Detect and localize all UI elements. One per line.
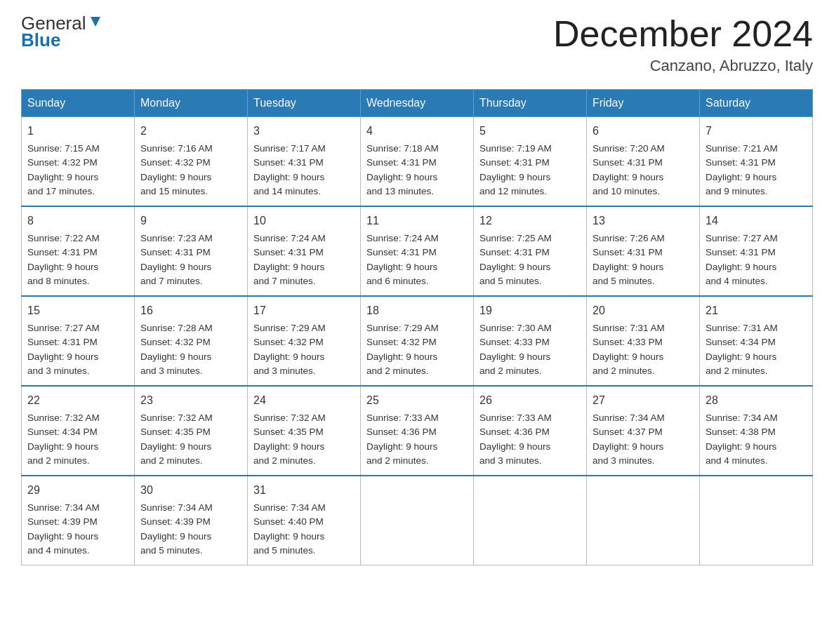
- calendar-week-row: 8 Sunrise: 7:22 AM Sunset: 4:31 PM Dayli…: [22, 206, 813, 296]
- daylight-minutes: and 5 minutes.: [593, 276, 655, 286]
- calendar-day-cell: 8 Sunrise: 7:22 AM Sunset: 4:31 PM Dayli…: [22, 206, 135, 296]
- daylight-minutes: and 12 minutes.: [479, 186, 547, 196]
- daylight-label: Daylight: 9 hours: [253, 441, 324, 452]
- day-number: 30: [140, 482, 241, 499]
- daylight-minutes: and 4 minutes.: [706, 276, 768, 286]
- daylight-minutes: and 7 minutes.: [140, 276, 203, 286]
- day-number: 8: [27, 213, 128, 229]
- daylight-minutes: and 15 minutes.: [140, 186, 208, 196]
- logo-blue-text: Blue: [21, 29, 60, 51]
- daylight-minutes: and 3 minutes.: [140, 365, 203, 376]
- sunset-label: Sunset: 4:35 PM: [253, 427, 324, 437]
- sunrise-label: Sunrise: 7:33 AM: [366, 412, 439, 423]
- day-number: 15: [27, 302, 128, 319]
- sunset-label: Sunset: 4:31 PM: [253, 247, 324, 257]
- sunset-label: Sunset: 4:32 PM: [140, 337, 211, 347]
- sunrise-label: Sunrise: 7:34 AM: [27, 502, 100, 513]
- day-number: 10: [253, 213, 355, 229]
- daylight-minutes: and 3 minutes.: [27, 365, 90, 376]
- daylight-label: Daylight: 9 hours: [140, 531, 211, 542]
- sunrise-label: Sunrise: 7:24 AM: [253, 233, 326, 243]
- calendar-day-cell: 18 Sunrise: 7:29 AM Sunset: 4:32 PM Dayl…: [361, 296, 474, 386]
- sunrise-label: Sunrise: 7:20 AM: [593, 143, 665, 154]
- daylight-minutes: and 2 minutes.: [366, 455, 429, 466]
- title-block: December 2024 Canzano, Abruzzo, Italy: [553, 14, 813, 75]
- sunset-label: Sunset: 4:31 PM: [479, 157, 550, 168]
- calendar-day-cell: 1 Sunrise: 7:15 AM Sunset: 4:32 PM Dayli…: [22, 117, 135, 207]
- daylight-minutes: and 7 minutes.: [253, 276, 316, 286]
- daylight-label: Daylight: 9 hours: [706, 441, 776, 452]
- daylight-label: Daylight: 9 hours: [27, 441, 98, 452]
- day-number: 12: [479, 213, 581, 229]
- daylight-label: Daylight: 9 hours: [253, 531, 324, 542]
- calendar-day-cell: 9 Sunrise: 7:23 AM Sunset: 4:31 PM Dayli…: [135, 206, 248, 296]
- day-number: 19: [479, 302, 581, 319]
- daylight-minutes: and 13 minutes.: [366, 186, 434, 196]
- daylight-minutes: and 5 minutes.: [140, 545, 203, 556]
- calendar-day-cell: 19 Sunrise: 7:30 AM Sunset: 4:33 PM Dayl…: [474, 296, 587, 386]
- sunset-label: Sunset: 4:32 PM: [27, 157, 98, 168]
- sunset-label: Sunset: 4:33 PM: [593, 337, 663, 347]
- day-of-week-header: Wednesday: [361, 90, 474, 117]
- daylight-label: Daylight: 9 hours: [27, 351, 98, 362]
- logo: General Blue: [21, 14, 103, 51]
- calendar-day-cell: 15 Sunrise: 7:27 AM Sunset: 4:31 PM Dayl…: [22, 296, 135, 386]
- sunrise-label: Sunrise: 7:23 AM: [140, 233, 213, 243]
- day-number: 24: [253, 392, 355, 409]
- calendar-day-cell: 11 Sunrise: 7:24 AM Sunset: 4:31 PM Dayl…: [361, 206, 474, 296]
- page-subtitle: Canzano, Abruzzo, Italy: [553, 57, 813, 75]
- sunrise-label: Sunrise: 7:31 AM: [706, 323, 778, 333]
- sunrise-label: Sunrise: 7:17 AM: [253, 143, 326, 154]
- daylight-label: Daylight: 9 hours: [27, 262, 98, 272]
- daylight-minutes: and 3 minutes.: [593, 455, 655, 466]
- sunset-label: Sunset: 4:31 PM: [706, 157, 776, 168]
- sunrise-label: Sunrise: 7:32 AM: [140, 412, 213, 423]
- daylight-minutes: and 14 minutes.: [253, 186, 321, 196]
- day-of-week-header: Thursday: [474, 90, 587, 117]
- daylight-minutes: and 17 minutes.: [27, 186, 95, 196]
- day-number: 14: [706, 213, 807, 229]
- daylight-label: Daylight: 9 hours: [27, 531, 98, 542]
- day-number: 29: [27, 482, 128, 499]
- sunset-label: Sunset: 4:31 PM: [706, 247, 776, 257]
- day-number: 23: [140, 392, 241, 409]
- calendar-week-row: 22 Sunrise: 7:32 AM Sunset: 4:34 PM Dayl…: [22, 386, 813, 476]
- calendar-week-row: 29 Sunrise: 7:34 AM Sunset: 4:39 PM Dayl…: [22, 476, 813, 565]
- daylight-minutes: and 10 minutes.: [593, 186, 660, 196]
- calendar-day-cell: 4 Sunrise: 7:18 AM Sunset: 4:31 PM Dayli…: [361, 117, 474, 207]
- sunset-label: Sunset: 4:36 PM: [366, 427, 437, 437]
- daylight-label: Daylight: 9 hours: [366, 172, 437, 182]
- day-number: 9: [140, 213, 241, 229]
- calendar-table: SundayMondayTuesdayWednesdayThursdayFrid…: [21, 89, 813, 565]
- sunset-label: Sunset: 4:31 PM: [253, 157, 324, 168]
- calendar-week-row: 1 Sunrise: 7:15 AM Sunset: 4:32 PM Dayli…: [22, 117, 813, 207]
- sunrise-label: Sunrise: 7:22 AM: [27, 233, 100, 243]
- sunset-label: Sunset: 4:33 PM: [479, 337, 550, 347]
- day-number: 17: [253, 302, 355, 319]
- day-number: 5: [479, 123, 581, 140]
- page-title: December 2024: [553, 14, 813, 54]
- sunset-label: Sunset: 4:31 PM: [27, 247, 98, 257]
- calendar-day-cell: [700, 476, 813, 565]
- sunrise-label: Sunrise: 7:33 AM: [479, 412, 552, 423]
- sunrise-label: Sunrise: 7:24 AM: [366, 233, 439, 243]
- day-number: 4: [366, 123, 468, 140]
- day-number: 18: [366, 302, 468, 319]
- calendar-day-cell: 25 Sunrise: 7:33 AM Sunset: 4:36 PM Dayl…: [361, 386, 474, 476]
- day-of-week-header: Saturday: [700, 90, 813, 117]
- calendar-day-cell: [474, 476, 587, 565]
- day-number: 31: [253, 482, 355, 499]
- sunrise-label: Sunrise: 7:21 AM: [706, 143, 778, 154]
- calendar-day-cell: 26 Sunrise: 7:33 AM Sunset: 4:36 PM Dayl…: [474, 386, 587, 476]
- daylight-label: Daylight: 9 hours: [253, 351, 324, 362]
- daylight-label: Daylight: 9 hours: [27, 172, 98, 182]
- daylight-minutes: and 2 minutes.: [366, 365, 429, 376]
- calendar-day-cell: 5 Sunrise: 7:19 AM Sunset: 4:31 PM Dayli…: [474, 117, 587, 207]
- daylight-label: Daylight: 9 hours: [366, 262, 437, 272]
- sunset-label: Sunset: 4:34 PM: [706, 337, 776, 347]
- sunrise-label: Sunrise: 7:34 AM: [593, 412, 665, 423]
- daylight-label: Daylight: 9 hours: [366, 351, 437, 362]
- sunset-label: Sunset: 4:39 PM: [27, 516, 98, 527]
- calendar-day-cell: 31 Sunrise: 7:34 AM Sunset: 4:40 PM Dayl…: [248, 476, 361, 565]
- day-number: 1: [27, 123, 128, 140]
